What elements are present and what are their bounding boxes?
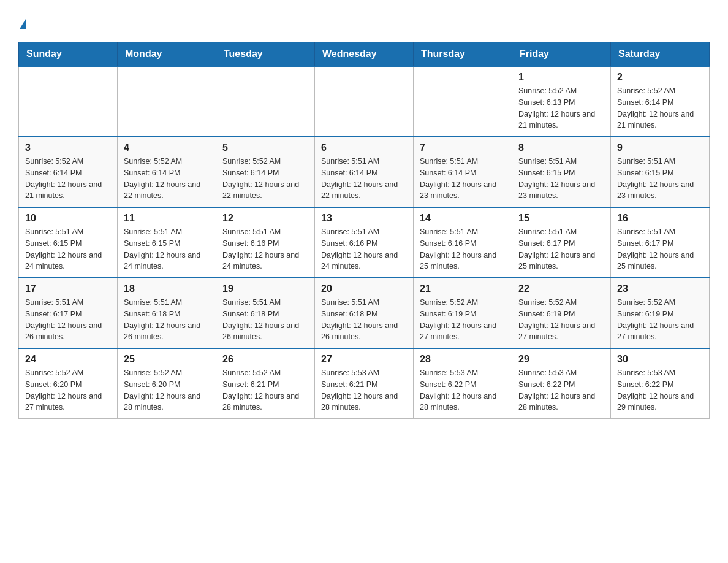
day-number: 14 — [420, 213, 506, 224]
logo-triangle-icon — [20, 19, 26, 29]
day-number: 24 — [25, 354, 111, 365]
calendar-week-row: 1 Sunrise: 5:52 AMSunset: 6:13 PMDayligh… — [19, 66, 710, 137]
calendar-week-row: 17 Sunrise: 5:51 AMSunset: 6:17 PMDaylig… — [19, 278, 710, 348]
calendar-day-cell: 2 Sunrise: 5:52 AMSunset: 6:14 PMDayligh… — [611, 66, 710, 137]
day-number: 21 — [420, 283, 506, 294]
day-info: Sunrise: 5:52 AMSunset: 6:19 PMDaylight:… — [420, 297, 506, 343]
day-number: 26 — [222, 354, 308, 365]
day-info: Sunrise: 5:52 AMSunset: 6:21 PMDaylight:… — [222, 367, 308, 413]
calendar-day-cell: 30 Sunrise: 5:53 AMSunset: 6:22 PMDaylig… — [611, 348, 710, 419]
calendar-day-cell: 1 Sunrise: 5:52 AMSunset: 6:13 PMDayligh… — [512, 66, 611, 137]
day-info: Sunrise: 5:53 AMSunset: 6:22 PMDaylight:… — [518, 367, 604, 413]
day-info: Sunrise: 5:52 AMSunset: 6:14 PMDaylight:… — [222, 156, 308, 202]
calendar-day-cell: 13 Sunrise: 5:51 AMSunset: 6:16 PMDaylig… — [315, 207, 414, 278]
calendar-week-row: 3 Sunrise: 5:52 AMSunset: 6:14 PMDayligh… — [19, 137, 710, 207]
day-info: Sunrise: 5:51 AMSunset: 6:15 PMDaylight:… — [518, 156, 604, 202]
day-number: 10 — [25, 213, 111, 224]
day-info: Sunrise: 5:51 AMSunset: 6:18 PMDaylight:… — [124, 297, 210, 343]
day-number: 2 — [617, 72, 703, 83]
weekday-header: Monday — [118, 42, 216, 67]
day-info: Sunrise: 5:51 AMSunset: 6:16 PMDaylight:… — [222, 226, 308, 272]
calendar-day-cell: 29 Sunrise: 5:53 AMSunset: 6:22 PMDaylig… — [512, 348, 611, 419]
day-number: 23 — [617, 283, 703, 294]
day-info: Sunrise: 5:51 AMSunset: 6:15 PMDaylight:… — [617, 156, 703, 202]
calendar-day-cell: 10 Sunrise: 5:51 AMSunset: 6:15 PMDaylig… — [19, 207, 118, 278]
day-number: 28 — [420, 354, 506, 365]
day-number: 6 — [321, 142, 407, 153]
calendar-day-cell — [315, 66, 414, 137]
day-info: Sunrise: 5:51 AMSunset: 6:16 PMDaylight:… — [321, 226, 407, 272]
logo — [18, 12, 26, 29]
day-number: 17 — [25, 283, 111, 294]
calendar-day-cell — [414, 66, 512, 137]
calendar-day-cell: 5 Sunrise: 5:52 AMSunset: 6:14 PMDayligh… — [216, 137, 315, 207]
weekday-header: Sunday — [19, 42, 118, 67]
calendar-day-cell: 12 Sunrise: 5:51 AMSunset: 6:16 PMDaylig… — [216, 207, 315, 278]
calendar-day-cell — [216, 66, 315, 137]
calendar-day-cell: 19 Sunrise: 5:51 AMSunset: 6:18 PMDaylig… — [216, 278, 315, 348]
calendar-day-cell: 20 Sunrise: 5:51 AMSunset: 6:18 PMDaylig… — [315, 278, 414, 348]
day-info: Sunrise: 5:51 AMSunset: 6:18 PMDaylight:… — [321, 297, 407, 343]
calendar-day-cell — [118, 66, 216, 137]
day-number: 1 — [518, 72, 604, 83]
day-info: Sunrise: 5:51 AMSunset: 6:17 PMDaylight:… — [25, 297, 111, 343]
day-info: Sunrise: 5:52 AMSunset: 6:14 PMDaylight:… — [25, 156, 111, 202]
calendar-day-cell: 7 Sunrise: 5:51 AMSunset: 6:14 PMDayligh… — [414, 137, 512, 207]
calendar-day-cell: 25 Sunrise: 5:52 AMSunset: 6:20 PMDaylig… — [118, 348, 216, 419]
day-info: Sunrise: 5:52 AMSunset: 6:19 PMDaylight:… — [518, 297, 604, 343]
day-number: 9 — [617, 142, 703, 153]
day-info: Sunrise: 5:53 AMSunset: 6:22 PMDaylight:… — [617, 367, 703, 413]
day-number: 29 — [518, 354, 604, 365]
day-number: 15 — [518, 213, 604, 224]
calendar-day-cell: 21 Sunrise: 5:52 AMSunset: 6:19 PMDaylig… — [414, 278, 512, 348]
day-info: Sunrise: 5:52 AMSunset: 6:14 PMDaylight:… — [617, 85, 703, 131]
weekday-header: Thursday — [414, 42, 512, 67]
day-info: Sunrise: 5:52 AMSunset: 6:13 PMDaylight:… — [518, 85, 604, 131]
logo-top — [18, 12, 26, 29]
day-number: 19 — [222, 283, 308, 294]
day-number: 16 — [617, 213, 703, 224]
day-number: 11 — [124, 213, 210, 224]
day-number: 25 — [124, 354, 210, 365]
calendar-day-cell: 17 Sunrise: 5:51 AMSunset: 6:17 PMDaylig… — [19, 278, 118, 348]
day-number: 27 — [321, 354, 407, 365]
day-number: 13 — [321, 213, 407, 224]
calendar-day-cell: 14 Sunrise: 5:51 AMSunset: 6:16 PMDaylig… — [414, 207, 512, 278]
day-info: Sunrise: 5:51 AMSunset: 6:17 PMDaylight:… — [518, 226, 604, 272]
day-number: 8 — [518, 142, 604, 153]
calendar-day-cell: 22 Sunrise: 5:52 AMSunset: 6:19 PMDaylig… — [512, 278, 611, 348]
day-info: Sunrise: 5:52 AMSunset: 6:20 PMDaylight:… — [25, 367, 111, 413]
day-number: 30 — [617, 354, 703, 365]
day-number: 18 — [124, 283, 210, 294]
calendar-day-cell: 9 Sunrise: 5:51 AMSunset: 6:15 PMDayligh… — [611, 137, 710, 207]
calendar-week-row: 10 Sunrise: 5:51 AMSunset: 6:15 PMDaylig… — [19, 207, 710, 278]
weekday-header: Saturday — [611, 42, 710, 67]
day-number: 4 — [124, 142, 210, 153]
weekday-header: Tuesday — [216, 42, 315, 67]
weekday-header-row: SundayMondayTuesdayWednesdayThursdayFrid… — [19, 42, 710, 67]
day-info: Sunrise: 5:51 AMSunset: 6:18 PMDaylight:… — [222, 297, 308, 343]
calendar-table: SundayMondayTuesdayWednesdayThursdayFrid… — [18, 42, 710, 419]
day-info: Sunrise: 5:51 AMSunset: 6:17 PMDaylight:… — [617, 226, 703, 272]
day-info: Sunrise: 5:51 AMSunset: 6:15 PMDaylight:… — [124, 226, 210, 272]
calendar-day-cell: 11 Sunrise: 5:51 AMSunset: 6:15 PMDaylig… — [118, 207, 216, 278]
calendar-day-cell: 28 Sunrise: 5:53 AMSunset: 6:22 PMDaylig… — [414, 348, 512, 419]
day-number: 20 — [321, 283, 407, 294]
day-number: 5 — [222, 142, 308, 153]
day-number: 3 — [25, 142, 111, 153]
calendar-day-cell: 18 Sunrise: 5:51 AMSunset: 6:18 PMDaylig… — [118, 278, 216, 348]
calendar-day-cell: 4 Sunrise: 5:52 AMSunset: 6:14 PMDayligh… — [118, 137, 216, 207]
day-info: Sunrise: 5:51 AMSunset: 6:16 PMDaylight:… — [420, 226, 506, 272]
day-info: Sunrise: 5:52 AMSunset: 6:20 PMDaylight:… — [124, 367, 210, 413]
calendar-day-cell: 8 Sunrise: 5:51 AMSunset: 6:15 PMDayligh… — [512, 137, 611, 207]
calendar-day-cell: 26 Sunrise: 5:52 AMSunset: 6:21 PMDaylig… — [216, 348, 315, 419]
calendar-week-row: 24 Sunrise: 5:52 AMSunset: 6:20 PMDaylig… — [19, 348, 710, 419]
calendar-day-cell: 3 Sunrise: 5:52 AMSunset: 6:14 PMDayligh… — [19, 137, 118, 207]
calendar-day-cell: 24 Sunrise: 5:52 AMSunset: 6:20 PMDaylig… — [19, 348, 118, 419]
calendar-day-cell: 15 Sunrise: 5:51 AMSunset: 6:17 PMDaylig… — [512, 207, 611, 278]
day-info: Sunrise: 5:51 AMSunset: 6:14 PMDaylight:… — [420, 156, 506, 202]
calendar-day-cell — [19, 66, 118, 137]
day-info: Sunrise: 5:51 AMSunset: 6:14 PMDaylight:… — [321, 156, 407, 202]
weekday-header: Friday — [512, 42, 611, 67]
day-info: Sunrise: 5:52 AMSunset: 6:19 PMDaylight:… — [617, 297, 703, 343]
